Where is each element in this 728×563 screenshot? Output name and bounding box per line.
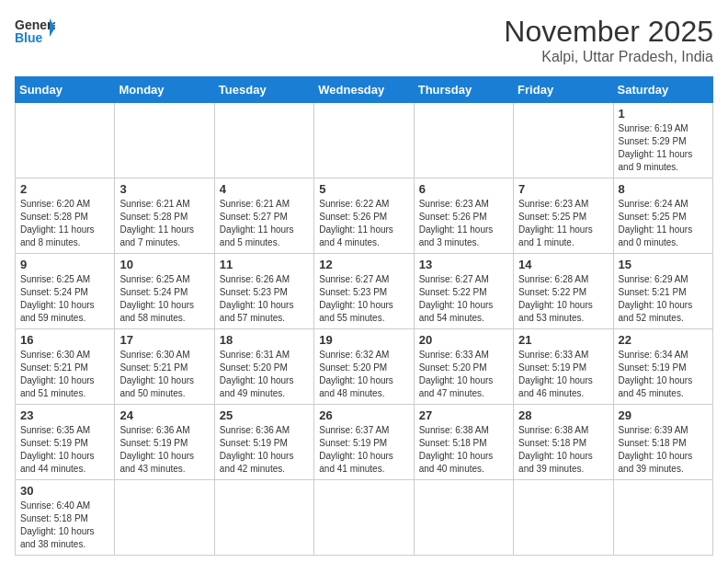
day-number: 26 bbox=[319, 408, 408, 422]
calendar-cell: 4Sunrise: 6:21 AMSunset: 5:27 PMDaylight… bbox=[214, 178, 313, 254]
day-number: 14 bbox=[518, 258, 608, 271]
calendar-cell: 12Sunrise: 6:27 AMSunset: 5:23 PMDayligh… bbox=[314, 254, 414, 329]
calendar-cell: 18Sunrise: 6:31 AMSunset: 5:20 PMDayligh… bbox=[214, 329, 313, 405]
day-number: 22 bbox=[619, 333, 708, 347]
day-info: Sunrise: 6:33 AMSunset: 5:19 PMDaylight:… bbox=[518, 349, 608, 400]
day-number: 25 bbox=[220, 408, 309, 422]
day-number: 1 bbox=[619, 107, 708, 121]
day-info: Sunrise: 6:34 AMSunset: 5:19 PMDaylight:… bbox=[619, 349, 708, 400]
day-info: Sunrise: 6:25 AMSunset: 5:24 PMDaylight:… bbox=[20, 273, 109, 325]
day-number: 5 bbox=[319, 182, 408, 196]
day-number: 20 bbox=[419, 333, 508, 347]
day-number: 2 bbox=[20, 182, 109, 196]
calendar-cell: 30Sunrise: 6:40 AMSunset: 5:18 PMDayligh… bbox=[16, 480, 115, 556]
calendar-cell bbox=[214, 480, 313, 556]
calendar-cell: 10Sunrise: 6:25 AMSunset: 5:24 PMDayligh… bbox=[115, 254, 214, 329]
calendar-cell: 26Sunrise: 6:37 AMSunset: 5:19 PMDayligh… bbox=[314, 405, 414, 480]
day-number: 11 bbox=[220, 258, 309, 271]
calendar-cell: 29Sunrise: 6:39 AMSunset: 5:18 PMDayligh… bbox=[613, 405, 712, 480]
calendar-cell: 5Sunrise: 6:22 AMSunset: 5:26 PMDaylight… bbox=[314, 178, 414, 254]
calendar-cell: 27Sunrise: 6:38 AMSunset: 5:18 PMDayligh… bbox=[414, 405, 513, 480]
day-info: Sunrise: 6:27 AMSunset: 5:22 PMDaylight:… bbox=[419, 273, 508, 325]
day-number: 24 bbox=[119, 408, 209, 422]
day-number: 7 bbox=[518, 182, 608, 196]
calendar-cell bbox=[414, 480, 513, 556]
day-info: Sunrise: 6:20 AMSunset: 5:28 PMDaylight:… bbox=[20, 198, 109, 249]
calendar-cell bbox=[314, 103, 414, 178]
day-number: 30 bbox=[20, 484, 109, 498]
day-info: Sunrise: 6:29 AMSunset: 5:21 PMDaylight:… bbox=[619, 273, 708, 325]
calendar-cell: 13Sunrise: 6:27 AMSunset: 5:22 PMDayligh… bbox=[414, 254, 513, 329]
day-info: Sunrise: 6:35 AMSunset: 5:19 PMDaylight:… bbox=[20, 424, 109, 476]
day-info: Sunrise: 6:40 AMSunset: 5:18 PMDaylight:… bbox=[20, 500, 109, 551]
calendar-cell: 24Sunrise: 6:36 AMSunset: 5:19 PMDayligh… bbox=[115, 405, 214, 480]
day-number: 6 bbox=[419, 182, 508, 196]
month-title: November 2025 bbox=[504, 15, 713, 49]
day-number: 29 bbox=[619, 408, 708, 422]
calendar-cell bbox=[514, 103, 613, 178]
day-info: Sunrise: 6:23 AMSunset: 5:26 PMDaylight:… bbox=[419, 198, 508, 249]
day-info: Sunrise: 6:39 AMSunset: 5:18 PMDaylight:… bbox=[619, 424, 708, 476]
calendar-cell bbox=[115, 480, 214, 556]
day-info: Sunrise: 6:19 AMSunset: 5:29 PMDaylight:… bbox=[619, 122, 708, 174]
location: Kalpi, Uttar Pradesh, India bbox=[504, 49, 713, 65]
calendar-cell: 6Sunrise: 6:23 AMSunset: 5:26 PMDaylight… bbox=[414, 178, 513, 254]
calendar-cell: 22Sunrise: 6:34 AMSunset: 5:19 PMDayligh… bbox=[613, 329, 712, 405]
week-row-3: 9Sunrise: 6:25 AMSunset: 5:24 PMDaylight… bbox=[16, 254, 713, 329]
day-info: Sunrise: 6:23 AMSunset: 5:25 PMDaylight:… bbox=[518, 198, 608, 249]
day-number: 27 bbox=[419, 408, 508, 422]
col-header-wednesday: Wednesday bbox=[314, 77, 414, 103]
page-header: General Blue November 2025 Kalpi, Uttar … bbox=[15, 15, 713, 65]
day-info: Sunrise: 6:26 AMSunset: 5:23 PMDaylight:… bbox=[220, 273, 309, 325]
col-header-thursday: Thursday bbox=[414, 77, 513, 103]
day-info: Sunrise: 6:27 AMSunset: 5:23 PMDaylight:… bbox=[319, 273, 408, 325]
calendar-cell bbox=[514, 480, 613, 556]
week-row-6: 30Sunrise: 6:40 AMSunset: 5:18 PMDayligh… bbox=[16, 480, 713, 556]
day-info: Sunrise: 6:21 AMSunset: 5:27 PMDaylight:… bbox=[220, 198, 309, 249]
calendar-cell: 20Sunrise: 6:33 AMSunset: 5:20 PMDayligh… bbox=[414, 329, 513, 405]
calendar-cell: 14Sunrise: 6:28 AMSunset: 5:22 PMDayligh… bbox=[514, 254, 613, 329]
day-info: Sunrise: 6:22 AMSunset: 5:26 PMDaylight:… bbox=[319, 198, 408, 249]
day-info: Sunrise: 6:30 AMSunset: 5:21 PMDaylight:… bbox=[20, 349, 109, 400]
day-number: 23 bbox=[20, 408, 109, 422]
logo: General Blue bbox=[15, 15, 55, 48]
day-number: 9 bbox=[20, 258, 109, 271]
calendar-cell: 25Sunrise: 6:36 AMSunset: 5:19 PMDayligh… bbox=[214, 405, 313, 480]
calendar: SundayMondayTuesdayWednesdayThursdayFrid… bbox=[15, 76, 713, 556]
week-row-4: 16Sunrise: 6:30 AMSunset: 5:21 PMDayligh… bbox=[16, 329, 713, 405]
day-number: 4 bbox=[220, 182, 309, 196]
week-row-1: 1Sunrise: 6:19 AMSunset: 5:29 PMDaylight… bbox=[16, 103, 713, 178]
day-number: 19 bbox=[319, 333, 408, 347]
day-info: Sunrise: 6:32 AMSunset: 5:20 PMDaylight:… bbox=[319, 349, 408, 400]
day-number: 18 bbox=[220, 333, 309, 347]
logo-icon: General Blue bbox=[15, 15, 55, 48]
col-header-sunday: Sunday bbox=[16, 77, 115, 103]
day-number: 15 bbox=[619, 258, 708, 271]
day-info: Sunrise: 6:24 AMSunset: 5:25 PMDaylight:… bbox=[619, 198, 708, 249]
calendar-cell: 1Sunrise: 6:19 AMSunset: 5:29 PMDaylight… bbox=[613, 103, 712, 178]
week-row-5: 23Sunrise: 6:35 AMSunset: 5:19 PMDayligh… bbox=[16, 405, 713, 480]
calendar-header-row: SundayMondayTuesdayWednesdayThursdayFrid… bbox=[16, 77, 713, 103]
calendar-cell: 9Sunrise: 6:25 AMSunset: 5:24 PMDaylight… bbox=[16, 254, 115, 329]
calendar-cell: 2Sunrise: 6:20 AMSunset: 5:28 PMDaylight… bbox=[16, 178, 115, 254]
day-info: Sunrise: 6:33 AMSunset: 5:20 PMDaylight:… bbox=[419, 349, 508, 400]
calendar-cell: 21Sunrise: 6:33 AMSunset: 5:19 PMDayligh… bbox=[514, 329, 613, 405]
col-header-tuesday: Tuesday bbox=[214, 77, 313, 103]
day-info: Sunrise: 6:31 AMSunset: 5:20 PMDaylight:… bbox=[220, 349, 309, 400]
calendar-cell: 23Sunrise: 6:35 AMSunset: 5:19 PMDayligh… bbox=[16, 405, 115, 480]
day-info: Sunrise: 6:21 AMSunset: 5:28 PMDaylight:… bbox=[119, 198, 209, 249]
calendar-cell: 7Sunrise: 6:23 AMSunset: 5:25 PMDaylight… bbox=[514, 178, 613, 254]
day-info: Sunrise: 6:37 AMSunset: 5:19 PMDaylight:… bbox=[319, 424, 408, 476]
col-header-saturday: Saturday bbox=[613, 77, 712, 103]
calendar-cell bbox=[214, 103, 313, 178]
calendar-cell bbox=[16, 103, 115, 178]
calendar-cell: 28Sunrise: 6:38 AMSunset: 5:18 PMDayligh… bbox=[514, 405, 613, 480]
day-number: 10 bbox=[119, 258, 209, 271]
day-info: Sunrise: 6:28 AMSunset: 5:22 PMDaylight:… bbox=[518, 273, 608, 325]
calendar-cell: 11Sunrise: 6:26 AMSunset: 5:23 PMDayligh… bbox=[214, 254, 313, 329]
day-info: Sunrise: 6:30 AMSunset: 5:21 PMDaylight:… bbox=[119, 349, 209, 400]
calendar-cell: 8Sunrise: 6:24 AMSunset: 5:25 PMDaylight… bbox=[613, 178, 712, 254]
calendar-cell: 19Sunrise: 6:32 AMSunset: 5:20 PMDayligh… bbox=[314, 329, 414, 405]
calendar-cell bbox=[115, 103, 214, 178]
calendar-cell: 17Sunrise: 6:30 AMSunset: 5:21 PMDayligh… bbox=[115, 329, 214, 405]
